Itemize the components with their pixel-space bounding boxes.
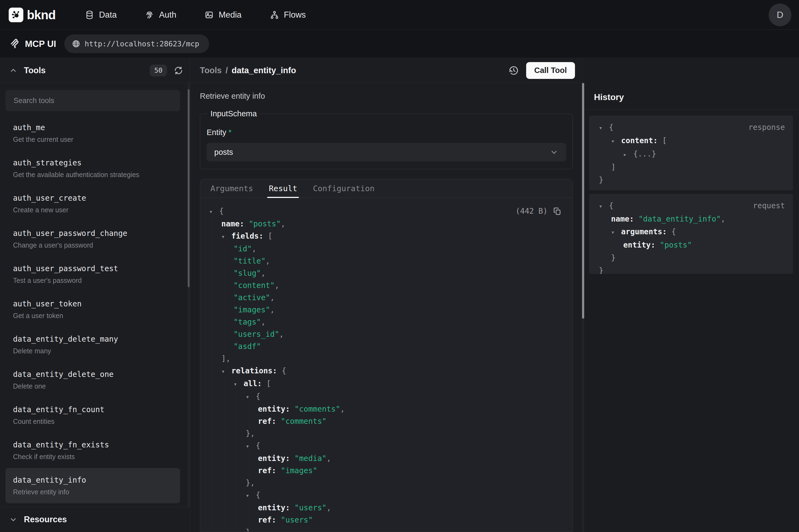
json-line: "content", xyxy=(200,279,573,291)
json-line: }, xyxy=(200,477,573,489)
tab-result[interactable]: Result xyxy=(269,179,297,198)
tab-configuration[interactable]: Configuration xyxy=(313,179,375,198)
json-token: , xyxy=(270,293,275,302)
json-token: "posts" xyxy=(249,220,281,228)
tool-list-item[interactable]: auth_user_password_changeChange a user's… xyxy=(5,221,180,256)
expand-triangle-icon[interactable]: ▸ xyxy=(623,148,633,161)
call-tool-button[interactable]: Call Tool xyxy=(526,62,575,79)
collapse-triangle-icon[interactable]: ▾ xyxy=(246,440,256,452)
nav-item-flows[interactable]: Flows xyxy=(270,10,306,20)
collapse-triangle-icon[interactable]: ▾ xyxy=(221,230,231,243)
json-line: ▾fields: [ xyxy=(200,230,573,243)
json-token: , xyxy=(270,305,275,314)
collapse-triangle-icon[interactable]: ▾ xyxy=(611,226,621,239)
json-token: , xyxy=(266,256,270,265)
resources-section-header[interactable]: Resources xyxy=(0,507,190,532)
tool-list-item[interactable]: data_entity_fn_countCount entities xyxy=(5,398,180,433)
json-line: entity: "posts" xyxy=(599,239,785,251)
entity-select[interactable]: posts xyxy=(207,143,566,162)
tool-list-item[interactable]: auth_meGet the current user xyxy=(5,115,180,151)
brand-name: bknd xyxy=(27,7,56,22)
mcp-url-pill[interactable]: http://localhost:28623/mcp xyxy=(64,34,209,53)
search-input[interactable] xyxy=(5,90,180,111)
tool-list-item[interactable]: auth_user_password_testTest a user's pas… xyxy=(5,256,180,292)
entity-field-label: Entity* xyxy=(207,128,566,137)
history-card-list: response▾{▾content: [▸{...}]}request▾{na… xyxy=(584,110,799,278)
tool-list-item[interactable]: auth_user_createCreate a new user xyxy=(5,186,180,221)
json-line: }, xyxy=(200,428,573,439)
input-schema-fieldset: InputSchema Entity* posts xyxy=(200,109,573,169)
tool-description: Get the current user xyxy=(13,135,172,144)
tool-list-item[interactable]: data_entity_infoRetrieve entity info xyxy=(5,468,180,503)
nav-item-data[interactable]: Data xyxy=(85,10,117,20)
json-token: }, xyxy=(246,478,255,487)
json-token: , xyxy=(261,318,266,326)
tool-list-item[interactable]: auth_strategiesGet the available authent… xyxy=(5,151,180,186)
history-toggle-button[interactable] xyxy=(508,65,519,76)
json-token: "media" xyxy=(294,454,326,463)
copy-result-button[interactable] xyxy=(553,207,562,215)
workspace: Tools 50 auth_meGet the current userauth… xyxy=(0,58,799,532)
top-navigation: Data Auth Media xyxy=(85,10,768,20)
json-token: , xyxy=(279,330,284,339)
indent-guide xyxy=(249,403,249,428)
refresh-tools-button[interactable] xyxy=(174,65,183,75)
json-token: "comments" xyxy=(281,417,326,426)
result-meta: (442 B) xyxy=(516,205,562,217)
sidebar-scrollbar-thumb[interactable] xyxy=(188,89,190,287)
collapse-triangle-icon[interactable]: ▾ xyxy=(246,490,256,501)
tool-list-item[interactable]: data_entity_fn_existsCheck if entity exi… xyxy=(5,433,180,468)
history-card-response[interactable]: response▾{▾content: [▸{...}]} xyxy=(589,115,793,190)
json-line: entity: "media", xyxy=(200,452,573,464)
json-line: "id", xyxy=(200,243,573,255)
tool-list-item[interactable]: data_entity_delete_manyDelete many xyxy=(5,327,180,362)
collapse-triangle-icon[interactable]: ▾ xyxy=(221,365,231,377)
history-card-request[interactable]: request▾{name: "data_entity_info",▾argum… xyxy=(589,194,793,274)
tool-list-item[interactable]: data_entity_delete_oneDelete one xyxy=(5,362,180,398)
tab-arguments[interactable]: Arguments xyxy=(210,179,253,198)
collapse-triangle-icon[interactable]: ▾ xyxy=(599,200,609,213)
json-token: ref: xyxy=(258,515,281,525)
history-header: History xyxy=(584,58,799,110)
json-token: "images" xyxy=(233,305,270,314)
input-schema-legend: InputSchema xyxy=(208,109,260,118)
tool-description: Retrieve entity info xyxy=(200,92,573,100)
tool-description: Test a user's password xyxy=(13,276,172,284)
tools-section-header[interactable]: Tools 50 xyxy=(0,58,190,83)
json-token: name: xyxy=(611,214,639,224)
nav-item-media[interactable]: Media xyxy=(205,10,241,20)
database-icon xyxy=(85,10,94,20)
collapse-triangle-icon[interactable]: ▾ xyxy=(599,121,609,134)
brand-logo[interactable]: bknd xyxy=(9,7,56,22)
flow-icon xyxy=(270,10,279,20)
history-card-type-label: response xyxy=(748,121,785,134)
json-token: ], xyxy=(221,354,230,363)
image-icon xyxy=(205,10,214,20)
collapse-triangle-icon[interactable]: ▾ xyxy=(611,135,621,148)
json-line: entity: "users", xyxy=(200,501,573,514)
json-token: "id" xyxy=(233,244,252,253)
collapse-triangle-icon[interactable]: ▾ xyxy=(233,378,244,390)
json-token: "data_entity_info" xyxy=(639,214,721,224)
breadcrumb-root[interactable]: Tools xyxy=(200,65,222,75)
user-avatar[interactable]: D xyxy=(768,3,792,26)
chevron-up-icon xyxy=(9,66,17,75)
json-token: content: xyxy=(621,136,662,145)
json-line: ▾arguments: { xyxy=(599,225,785,239)
json-line: entity: "comments", xyxy=(200,403,573,415)
main-scrollbar-thumb[interactable] xyxy=(582,83,584,319)
json-token: "users_id" xyxy=(233,330,279,339)
nav-item-auth[interactable]: Auth xyxy=(145,10,176,20)
collapse-triangle-icon[interactable]: ▾ xyxy=(246,391,256,403)
json-token: } xyxy=(599,175,604,184)
result-size-label: (442 B) xyxy=(516,205,548,217)
collapse-triangle-icon[interactable]: ▾ xyxy=(209,206,219,218)
json-token: [ xyxy=(266,379,271,388)
json-token: { xyxy=(219,207,224,215)
tool-description: Delete many xyxy=(13,347,172,355)
mcp-logo-icon xyxy=(10,38,19,49)
tool-list-item[interactable]: auth_user_tokenGet a user token xyxy=(5,292,180,327)
avatar-initial: D xyxy=(777,10,783,20)
json-token: entity: xyxy=(258,404,294,414)
panel-splitter[interactable] xyxy=(582,58,584,532)
